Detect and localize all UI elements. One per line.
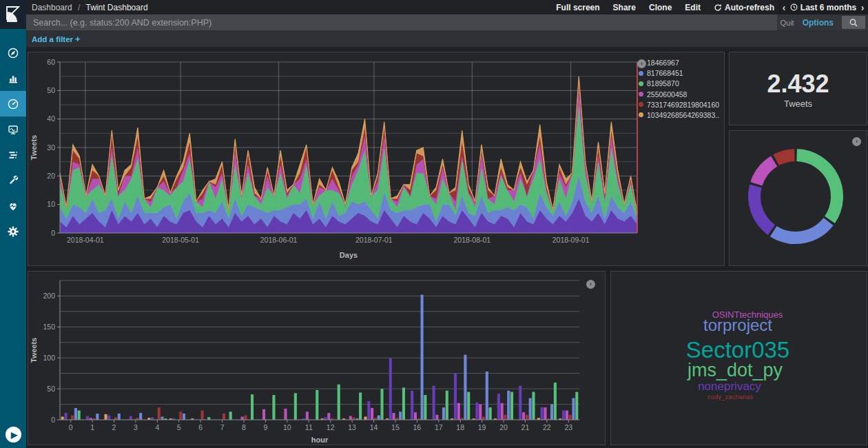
donut-slice-3	[756, 161, 774, 184]
tag-cloud-term[interactable]: Sector035	[686, 338, 789, 361]
bar-18466967-h14	[367, 401, 370, 420]
panel-tag-cloud: OSINTtechniquestorprojectSector035jms_do…	[610, 271, 867, 445]
sidebar-item-timelion[interactable]	[0, 116, 26, 142]
legend-item[interactable]: 2550600458	[639, 90, 720, 99]
bar-2550600458-h22	[544, 407, 546, 420]
kibana-logo[interactable]	[0, 0, 26, 29]
wrench-icon	[7, 174, 19, 187]
donut-slice-4	[776, 155, 795, 160]
y-tick-label: 60	[47, 58, 55, 66]
area-chart[interactable]: 2018-04-012018-05-012018-06-012018-07-01…	[28, 52, 724, 265]
x-tick-label: 13	[348, 423, 356, 431]
donut-chart[interactable]	[730, 131, 867, 265]
y-tick-label: 10	[47, 200, 55, 208]
legend-item[interactable]: 10349268564269383...	[639, 111, 720, 119]
bar-81895870-h15	[402, 387, 405, 420]
bar-2550600458-h11	[306, 411, 309, 420]
legend-toggle-button[interactable]: ‹	[852, 137, 861, 146]
legend-item[interactable]: 817668451	[639, 69, 720, 77]
bar-18466967-h3	[130, 416, 132, 420]
sidebar-item-dev-tools[interactable]	[0, 167, 26, 193]
full-screen-button[interactable]: Full screen	[556, 3, 599, 12]
x-tick-label: 2018-08-01	[453, 236, 490, 244]
bar-2550600458-h18	[457, 403, 460, 420]
sidebar-item-logs[interactable]	[0, 142, 26, 167]
legend-toggle-button[interactable]: ‹	[586, 280, 595, 289]
sidebar-collapse-button[interactable]: ▶	[6, 427, 21, 442]
time-back-button[interactable]: ‹	[778, 2, 789, 13]
legend-item[interactable]: 18466967	[639, 59, 720, 67]
x-tick-label: 2018-04-01	[67, 236, 104, 244]
top-navbar: Dashboard / Twint Dashboard Full screen …	[26, 0, 868, 14]
query-bar: Quit Options	[26, 14, 868, 30]
tag-cloud-term[interactable]: jms_dot_py	[688, 361, 783, 380]
bar-2550600458-h12	[327, 413, 330, 420]
x-tick-label: 3	[134, 423, 138, 431]
legend-label: 2550600458	[647, 90, 687, 99]
tag-cloud-term[interactable]: noneprivacy	[698, 380, 761, 392]
legend-label: 18466967	[647, 59, 679, 67]
bar-18466967-h1	[86, 416, 89, 420]
legend-toggle-button[interactable]: ›	[637, 59, 646, 68]
x-tick-label: 20	[499, 423, 508, 431]
sidebar-item-management[interactable]	[0, 218, 26, 244]
log-lines-icon	[7, 149, 19, 161]
options-button[interactable]: Options	[803, 18, 834, 28]
bar-18466967-h0	[64, 413, 67, 420]
x-axis-title: Days	[340, 251, 358, 259]
legend-swatch	[639, 102, 643, 107]
y-tick-label: 20	[47, 172, 55, 180]
x-tick-label: 1	[90, 423, 94, 431]
time-forward-button[interactable]: ›	[857, 2, 868, 13]
bar-81895870-h12	[338, 385, 340, 420]
bar-18466967-h22	[541, 407, 544, 420]
bar-733174692819804160-h23	[569, 415, 572, 420]
tag-cloud-term[interactable]: cody_zacharias	[707, 394, 753, 400]
heart-pulse-icon	[7, 200, 19, 212]
bar-733174692819804160-h21	[526, 415, 528, 420]
kibana-logo-icon	[4, 5, 22, 24]
time-range-button[interactable]: Last 6 months	[790, 3, 856, 12]
search-submit-button[interactable]	[842, 16, 865, 29]
bar-81895870-h9	[272, 395, 275, 420]
bar-chart[interactable]: 0123456789101112131415161718192021222305…	[28, 272, 605, 445]
bar-81895870-h17	[446, 391, 448, 420]
edit-button[interactable]: Edit	[685, 3, 701, 12]
x-tick-label: 22	[543, 423, 551, 431]
x-tick-label: 23	[564, 423, 572, 431]
sidebar-item-visualize[interactable]	[0, 65, 26, 91]
legend-swatch	[639, 71, 643, 76]
clone-button[interactable]: Clone	[649, 3, 672, 12]
search-input[interactable]	[26, 14, 777, 30]
x-tick-label: 9	[264, 423, 268, 431]
x-tick-label: 2018-09-01	[552, 236, 590, 244]
legend-item[interactable]: 733174692819804160	[639, 101, 720, 109]
quit-label[interactable]: Quit	[780, 19, 794, 27]
auto-refresh-button[interactable]: Auto-refresh	[714, 3, 774, 12]
breadcrumb-dashboard-link[interactable]: Dashboard	[32, 3, 72, 12]
tag-cloud-term[interactable]: torproject	[703, 317, 772, 334]
legend-item[interactable]: 81895870	[639, 79, 720, 88]
bar-817668451-h4	[161, 417, 164, 420]
bar-817668451-h3	[139, 413, 142, 420]
y-tick-label: 30	[47, 143, 55, 152]
bar-81895870-h19	[489, 407, 492, 420]
x-tick-label: 21	[521, 423, 530, 431]
legend-label: 733174692819804160	[647, 101, 719, 109]
bar-817668451-h14	[378, 416, 380, 420]
chevron-right-icon: ▶	[11, 431, 17, 439]
x-tick-label: 18	[456, 423, 464, 431]
bar-733174692819804160-h2	[114, 417, 117, 420]
bar-817668451-h1	[96, 414, 99, 420]
bar-817668451-h23	[572, 398, 575, 420]
refresh-icon	[714, 3, 722, 12]
bar-18466967-h21	[519, 386, 521, 420]
share-button[interactable]: Share	[613, 3, 636, 12]
sidebar-item-discover[interactable]	[0, 40, 26, 65]
sidebar-item-monitoring[interactable]	[0, 193, 26, 218]
bar-2550600458-h16	[414, 412, 417, 420]
legend-swatch	[639, 92, 643, 96]
add-filter-button[interactable]: Add a filter+	[32, 34, 81, 44]
x-tick-label: 2	[112, 423, 116, 431]
sidebar-item-dashboard[interactable]	[0, 91, 26, 116]
